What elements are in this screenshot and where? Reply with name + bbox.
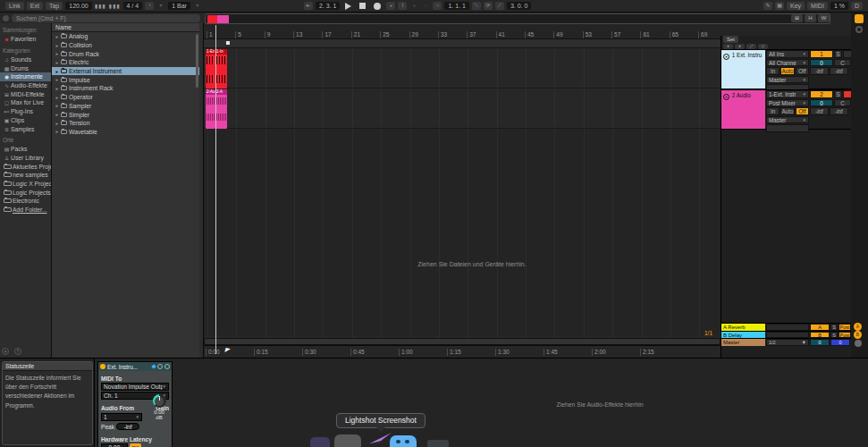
browser-device-row[interactable]: ▸ Operator xyxy=(52,93,199,102)
pan-field[interactable]: C xyxy=(834,99,851,107)
dock-app-icon[interactable] xyxy=(427,440,449,447)
expand-arrow-icon[interactable]: ▸ xyxy=(54,112,61,117)
expand-arrow-icon[interactable]: ▸ xyxy=(54,69,61,74)
send-b-field[interactable]: -inf xyxy=(830,107,848,115)
track-lane-1[interactable] xyxy=(204,48,721,89)
peak-value[interactable]: -inf xyxy=(116,423,139,430)
optimize-width-button[interactable]: W xyxy=(818,14,830,22)
volume-field[interactable]: 0 xyxy=(810,99,833,107)
unfold-track-icon[interactable]: ▾ xyxy=(723,54,729,60)
track-header-2[interactable]: ▾ 2 Audio 1-Ext. Instr▼ Post Mixer▼ In A… xyxy=(721,89,852,130)
monitor-auto[interactable]: Auto xyxy=(780,67,794,75)
return-activator[interactable]: A xyxy=(810,324,830,331)
sidebar-item[interactable]: Logic Projects xyxy=(0,188,51,197)
pre-post-toggle[interactable]: Post xyxy=(839,324,851,331)
expand-arrow-icon[interactable]: ▸ xyxy=(54,77,61,82)
arrangement-toggle-icon[interactable] xyxy=(855,26,863,33)
play-button[interactable] xyxy=(345,3,351,10)
monitor-off[interactable]: Off xyxy=(796,107,809,115)
automation-arm-icon[interactable]: ⌇ xyxy=(398,2,407,10)
tempo-field[interactable]: 120.00 xyxy=(65,2,91,10)
device-activator-icon[interactable] xyxy=(100,364,105,369)
set-marker-button[interactable]: Set xyxy=(723,36,738,43)
midi-destination-chooser[interactable]: Novation Impulse Output▼ xyxy=(101,383,169,391)
track-activator[interactable]: 2 xyxy=(810,90,833,98)
loop-length-field[interactable]: 3. 0. 0 xyxy=(507,2,531,10)
output-chooser[interactable]: Master▼ xyxy=(766,116,809,124)
punch-out-icon[interactable]: ⟋ xyxy=(495,2,504,10)
expand-arrow-icon[interactable]: ▸ xyxy=(54,95,61,100)
ext-button[interactable]: Ext xyxy=(27,2,43,10)
sidebar-item[interactable]: ▣ Clips xyxy=(0,116,51,125)
track-activator[interactable]: 1 xyxy=(810,50,833,58)
tap-button[interactable]: Tap xyxy=(46,2,63,10)
output-chooser[interactable]: Master▼ xyxy=(766,76,809,84)
solo-button[interactable]: S xyxy=(834,50,842,58)
sidebar-item[interactable]: Aktuelles Projekt xyxy=(0,162,51,171)
browser-device-row[interactable]: ▸ Wavetable xyxy=(52,128,199,137)
monitor-off[interactable]: Off xyxy=(796,67,809,75)
expand-arrow-icon[interactable]: ▸ xyxy=(54,51,61,56)
browser-device-row[interactable]: ▸ Collision xyxy=(52,41,199,50)
search-input[interactable]: Suchen (Cmd + F) xyxy=(12,14,200,22)
input-type-chooser[interactable]: 1-Ext. Instr▼ xyxy=(766,90,809,98)
time-signature-field[interactable]: 4 / 4 xyxy=(123,2,143,10)
sidebar-item[interactable]: ♫ Sounds xyxy=(0,55,51,64)
save-preset-icon[interactable] xyxy=(164,364,170,369)
pan-field[interactable]: C xyxy=(834,59,851,67)
browser-device-row[interactable]: ▸ Instrument Rack xyxy=(52,84,199,93)
sidebar-item[interactable]: ■ Favoriten xyxy=(0,35,51,44)
link-button[interactable]: Link xyxy=(5,2,24,10)
sidebar-item[interactable]: ∿ Audio-Effekte xyxy=(0,81,51,90)
sidebar-item[interactable]: ♙ User Library xyxy=(0,154,51,163)
playhead[interactable] xyxy=(215,25,216,354)
quantize-menu[interactable]: 1 Bar xyxy=(168,2,190,10)
sidebar-item[interactable]: ≋ Samples xyxy=(0,124,51,133)
reenable-automation-icon[interactable]: + xyxy=(409,2,418,10)
key-map-button[interactable]: Key xyxy=(787,2,805,10)
session-record-icon[interactable]: ⁘ xyxy=(421,2,430,10)
browser-device-row[interactable]: ▸ Drum Rack xyxy=(52,49,199,58)
track-name-area[interactable]: ▾ 1 Ext. Instru xyxy=(721,50,765,89)
sidebar-item[interactable]: ⊷ Plug-Ins xyxy=(0,107,51,116)
nudge-down-icon[interactable]: ▮▮▮ xyxy=(95,3,106,9)
gain-knob[interactable] xyxy=(153,394,166,408)
return-track-a[interactable]: A Reverb A S Post xyxy=(721,323,852,331)
return-routing-box[interactable] xyxy=(766,324,809,331)
metronome-icon[interactable]: ◔ xyxy=(145,2,154,10)
expand-arrow-icon[interactable]: ▸ xyxy=(54,121,61,126)
capture-midi-icon[interactable]: ○ xyxy=(433,2,442,10)
input-type-chooser[interactable]: All Ins▼ xyxy=(766,50,809,58)
return-track-b[interactable]: B Delay B S Post xyxy=(721,331,852,339)
browser-device-row[interactable]: ▸ External Instrument xyxy=(52,67,199,76)
browser-scrollbar[interactable] xyxy=(196,34,198,88)
device-title-bar[interactable]: Ext. Instru... xyxy=(98,362,172,371)
send-a-field[interactable]: -inf xyxy=(810,67,829,75)
return-b-indicator[interactable]: B xyxy=(854,331,862,339)
sidebar-item[interactable]: ▤ Packs xyxy=(0,145,51,154)
browser-device-row[interactable]: ▸ Sampler xyxy=(52,102,199,111)
solo-button[interactable]: S xyxy=(834,90,842,98)
stop-button[interactable] xyxy=(359,3,366,9)
expand-arrow-icon[interactable]: ▸ xyxy=(54,34,61,39)
midi-clip[interactable]: 1-Ex xyxy=(206,49,215,89)
scrub-area[interactable] xyxy=(204,39,721,48)
return-a-indicator[interactable]: A xyxy=(854,323,862,331)
overdub-icon[interactable]: + xyxy=(386,2,395,10)
info-toggle-icon[interactable]: ▾ xyxy=(2,348,9,355)
monitor-in[interactable]: In xyxy=(766,107,780,115)
follow-button-icon[interactable]: ⇤ xyxy=(304,2,313,10)
expand-arrow-icon[interactable]: ▸ xyxy=(54,103,61,108)
loop-marker-icon[interactable] xyxy=(226,41,230,45)
dock-app-icon[interactable] xyxy=(334,434,361,447)
solo-button[interactable]: S xyxy=(830,324,838,331)
expand-arrow-icon[interactable]: ▸ xyxy=(54,60,61,65)
monitor-auto[interactable]: Auto xyxy=(780,107,794,115)
audio-clip[interactable]: 2-Au xyxy=(206,89,215,129)
unfold-track-icon[interactable]: ▾ xyxy=(723,94,729,100)
browser-device-row[interactable]: ▸ Simpler xyxy=(52,110,199,119)
arrangement-position-field[interactable]: 2. 3. 1 xyxy=(316,2,340,10)
horizontal-scrollbar[interactable] xyxy=(204,338,721,345)
send-a-field[interactable]: -inf xyxy=(810,107,829,115)
expand-arrow-icon[interactable]: ▸ xyxy=(54,129,61,134)
